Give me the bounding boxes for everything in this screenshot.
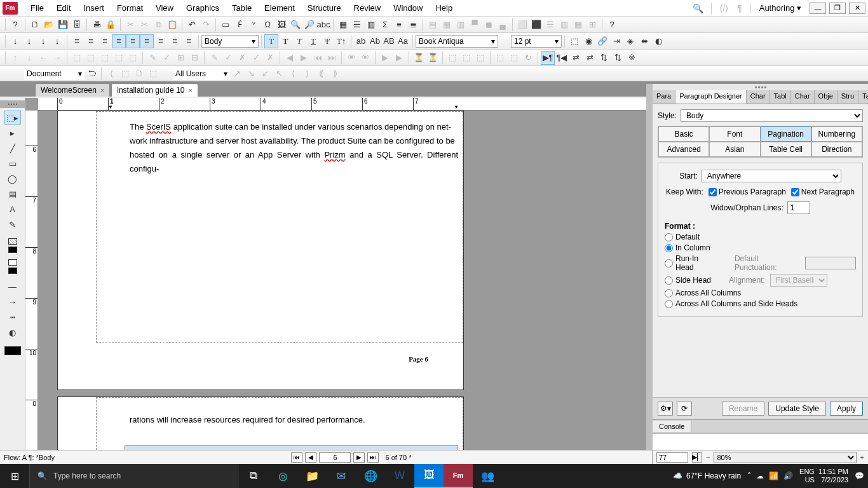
image-icon[interactable]: 🖼 — [275, 18, 288, 32]
color-swatch-icon[interactable] — [4, 346, 21, 355]
workspace-selector[interactable]: Authoring ▾ — [754, 3, 806, 13]
teams-icon[interactable]: 👥 — [473, 464, 502, 488]
format-sidehead[interactable]: Side Head Alignment: First Baseline — [665, 274, 856, 287]
tab-right-icon[interactable]: ↓ — [36, 34, 50, 48]
menu-format[interactable]: Format — [111, 1, 149, 15]
line-dash-icon[interactable]: ┅ — [4, 310, 21, 324]
prev-element-icon[interactable]: ↑ — [8, 51, 22, 65]
last-change-icon[interactable]: ⏭ — [325, 51, 339, 65]
menu-help[interactable]: Help — [429, 1, 459, 15]
xref-icon[interactable]: ⬌ — [637, 34, 651, 48]
menu-element[interactable]: Element — [258, 1, 301, 15]
text-direction-ltr-icon[interactable]: ▶¶ — [541, 51, 555, 65]
task-view-icon[interactable]: ⧉ — [239, 464, 268, 488]
font-dropdown[interactable]: Book Antiqua▾ — [416, 35, 498, 48]
weather-widget[interactable]: ☁️ 67°F Heavy rain — [673, 471, 741, 480]
copy-icon[interactable]: ⧉ — [151, 18, 165, 32]
element-cat-icon[interactable]: ⊟ — [187, 51, 201, 65]
prev-change-icon[interactable]: ◀ — [283, 51, 297, 65]
line-spacing-icon[interactable]: ≡ — [154, 34, 168, 48]
split-cells-icon[interactable]: ⬛ — [529, 18, 543, 32]
align-left-icon[interactable]: ≡ — [70, 34, 84, 48]
menu-graphics[interactable]: Graphics — [180, 1, 226, 15]
quick-5-icon[interactable]: ↗ — [230, 67, 244, 81]
subtab-pagination[interactable]: Pagination — [761, 126, 811, 142]
zoom-out-icon[interactable]: − — [706, 454, 710, 461]
fill-pattern-icon[interactable] — [8, 238, 17, 245]
zoom-select[interactable]: 80% — [714, 452, 856, 463]
dir-5-icon[interactable]: ※ — [625, 51, 639, 65]
refresh-icon[interactable]: ⟳ — [677, 402, 692, 416]
update-style-button[interactable]: Update Style — [768, 402, 826, 416]
element-dropdown[interactable]: Document▾ — [24, 67, 85, 80]
save-icon[interactable]: 💾 — [56, 18, 70, 32]
tab-left-icon[interactable]: ↓ — [8, 34, 22, 48]
reject-icon[interactable]: ✗ — [235, 51, 249, 65]
freehand-tool-icon[interactable]: ✎ — [4, 217, 21, 231]
cut-special-icon[interactable]: ✂ — [137, 18, 151, 32]
tab-obj[interactable]: Obje — [815, 90, 837, 104]
subtab-advanced[interactable]: Advanced — [658, 142, 709, 157]
menu-insert[interactable]: Insert — [77, 1, 111, 15]
lock-icon[interactable]: 🔒 — [104, 18, 118, 32]
align-right-cells-icon[interactable]: ▥ — [454, 18, 468, 32]
show-final-icon[interactable]: 👁 — [344, 51, 358, 65]
align-obj-center-icon[interactable]: ⬚ — [459, 51, 473, 65]
indent-left-icon[interactable]: ≡ — [168, 34, 182, 48]
oval-tool-icon[interactable]: ◯ — [4, 172, 21, 186]
tab-char2[interactable]: Char — [791, 90, 815, 104]
subtab-font[interactable]: Font — [709, 126, 760, 142]
italic-icon[interactable]: T — [292, 34, 306, 48]
distribute-v-icon[interactable]: ⬚ — [507, 51, 521, 65]
menu-edit[interactable]: Edit — [50, 1, 77, 15]
clock[interactable]: ENGUS 11:51 PM7/2/2023 — [799, 468, 848, 484]
spell-icon[interactable]: abc — [316, 18, 330, 32]
bold-icon[interactable]: T — [278, 34, 292, 48]
table-col-icon[interactable]: ▥ — [364, 18, 378, 32]
paste-icon[interactable]: 📋 — [165, 18, 179, 32]
subtab-tablecell[interactable]: Table Cell — [761, 142, 811, 157]
cloud-icon[interactable]: ☁ — [756, 471, 764, 480]
menu-table[interactable]: Table — [226, 1, 258, 15]
change-icon[interactable]: ⬚ — [126, 51, 140, 65]
strike-icon[interactable]: T — [320, 34, 334, 48]
footnote-icon[interactable]: Ḟ — [233, 18, 247, 32]
wifi-icon[interactable]: 📶 — [769, 471, 778, 480]
chrome-icon[interactable]: 🌐 — [356, 464, 385, 488]
chevron-up-icon[interactable]: ˄ — [747, 471, 751, 480]
format-runin[interactable]: Run-In Head Default Punctuation: — [665, 254, 856, 272]
start-select[interactable]: Anywhere — [702, 170, 841, 182]
subtab-numbering[interactable]: Numbering — [811, 126, 862, 142]
distribute-cols-icon[interactable]: ▥ — [557, 18, 571, 32]
quick-12-icon[interactable]: ⟫ — [328, 67, 342, 81]
next-element-icon[interactable]: ↓ — [22, 51, 36, 65]
menu-view[interactable]: View — [149, 1, 180, 15]
smart-select-tool-icon[interactable]: ⬚▸ — [4, 111, 21, 125]
distribute-h-icon[interactable]: ⬚ — [493, 51, 507, 65]
close-tab-icon[interactable]: × — [100, 86, 104, 94]
quick-8-icon[interactable]: ↖ — [272, 67, 286, 81]
open-icon[interactable]: 📂 — [42, 18, 56, 32]
close-button[interactable]: ✕ — [849, 3, 865, 14]
dir-2-icon[interactable]: ⇄ — [583, 51, 597, 65]
merge-icon[interactable]: ⬚ — [112, 51, 126, 65]
variables-icon[interactable]: ᵛ — [247, 18, 261, 32]
help-icon[interactable]: ? — [8, 18, 22, 32]
reject-all-icon[interactable]: ✗ — [263, 51, 277, 65]
smallcaps-icon[interactable]: Aa — [396, 34, 410, 48]
demote-icon[interactable]: → — [50, 51, 64, 65]
merge-cells-icon[interactable]: ⬜ — [515, 18, 529, 32]
format-across-side[interactable]: Across All Columns and Side Heads — [665, 299, 856, 308]
line-tool-icon[interactable]: ╱ — [4, 141, 21, 155]
gear-icon[interactable]: ⚙▾ — [658, 402, 673, 416]
filter-icon[interactable]: ⏳ — [412, 51, 426, 65]
tab-welcome[interactable]: WelcomeScreen× — [35, 83, 110, 97]
quick-9-icon[interactable]: ⟨ — [286, 67, 300, 81]
wrap-icon[interactable]: ⬚ — [70, 51, 84, 65]
conditional-icon[interactable]: ◐ — [651, 34, 665, 48]
index-icon[interactable]: ⇥ — [609, 34, 623, 48]
dir-3-icon[interactable]: ⇅ — [597, 51, 611, 65]
format-across-cols[interactable]: Across All Columns — [665, 288, 856, 297]
fill-solid-icon[interactable] — [8, 247, 17, 253]
console-tab[interactable]: Console — [653, 421, 691, 432]
